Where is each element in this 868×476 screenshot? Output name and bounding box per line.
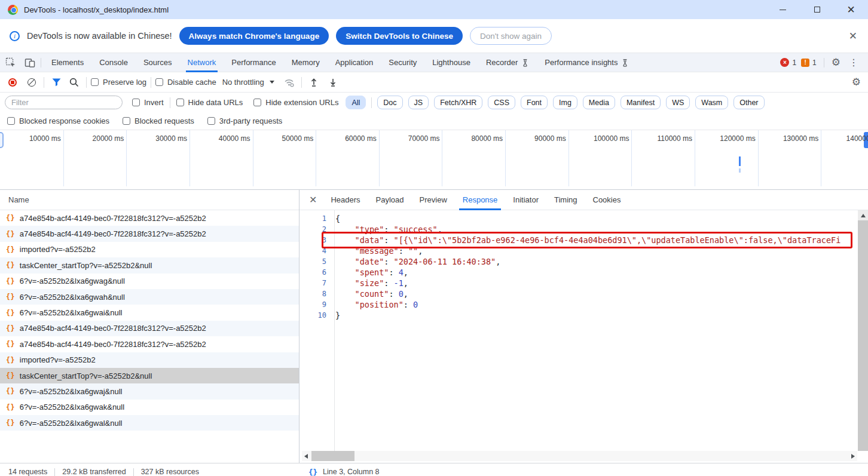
detail-tab-headers[interactable]: Headers [329,190,361,210]
network-settings-button[interactable]: ⚙ [852,77,868,87]
tab-elements[interactable]: Elements [44,53,91,72]
gear-icon: ⚙ [852,76,861,88]
blocked-filter-row: Blocked response cookies Blocked request… [0,112,868,130]
request-row[interactable]: {}6?v=-a5252b2&lxa6gwah&null [0,289,299,305]
dont-show-again-button[interactable]: Don't show again [470,27,552,45]
scroll-left-button[interactable] [302,451,310,461]
horizontal-scrollbar-thumb[interactable] [311,451,354,461]
request-row[interactable]: {}taskCenter_startTop?v=-a5252b2&null [0,368,299,383]
flask-icon [521,59,529,67]
tab-memory[interactable]: Memory [284,53,328,72]
inspect-element-button[interactable] [2,55,19,70]
warning-badge-icon[interactable]: ! [801,59,809,67]
filter-chip-manifest[interactable]: Manifest [621,96,661,109]
search-network-button[interactable] [66,75,82,90]
hide-extension-urls-checkbox[interactable]: Hide extension URLs [253,98,338,107]
request-name: taskCenter_startTop?v=-a5252b2&null [20,371,152,380]
name-column-header[interactable]: Name [0,190,299,210]
horizontal-scrollbar[interactable] [302,451,857,461]
status-separator [133,468,134,476]
detail-tab-initiator[interactable]: Initiator [512,190,540,210]
throttling-dropdown[interactable]: No throttling [222,78,274,87]
clear-network-log-button[interactable] [24,75,39,90]
detail-close-button[interactable]: ✕ [299,194,323,205]
disable-cache-checkbox[interactable]: Disable cache [155,78,216,87]
detail-tab-payload[interactable]: Payload [375,190,405,210]
filter-chip-ws[interactable]: WS [666,96,690,109]
format-braces-icon[interactable]: {} [308,468,317,476]
request-row[interactable]: {}6?v=-a5252b2&lxa6gwaj&null [0,383,299,399]
detail-tab-cookies[interactable]: Cookies [592,190,622,210]
filter-input[interactable] [5,96,123,109]
tab-sources[interactable]: Sources [136,53,180,72]
infobar-close-icon[interactable]: ✕ [849,30,857,42]
request-row[interactable]: {}a74e854b-acf4-4149-bec0-7f22818fc312?v… [0,336,299,352]
settings-gear-icon[interactable]: ⚙ [832,57,841,67]
maximize-button[interactable] [800,0,834,19]
tab-network[interactable]: Network [180,53,224,72]
request-row[interactable]: {}taskCenter_startTop?v=-a5252b2&null [0,257,299,273]
tab-label: Network [188,58,216,67]
request-count: 14 requests [8,468,47,476]
title-bar: DevTools - localhost/x_desktop/index.htm… [0,0,868,19]
filter-chip-font[interactable]: Font [521,96,548,109]
language-infobar: i DevTools is now available in Chinese! … [0,19,868,53]
filter-chip-wasm[interactable]: Wasm [695,96,728,109]
vertical-scrollbar[interactable] [858,210,868,451]
tab-console[interactable]: Console [91,53,136,72]
third-party-requests-checkbox[interactable]: 3rd-party requests [207,116,283,125]
filter-chip-doc[interactable]: Doc [377,96,402,109]
toolbar-separator [151,77,151,88]
export-har-button[interactable] [325,75,341,90]
request-row[interactable]: {}a74e854b-acf4-4149-bec0-7f22818fc312?v… [0,226,299,241]
request-row[interactable]: {}a74e854b-acf4-4149-bec0-7f22818fc312?v… [0,321,299,336]
tab-application[interactable]: Application [328,53,381,72]
request-row[interactable]: {}imported?v=-a5252b2 [0,352,299,368]
blocked-requests-checkbox[interactable]: Blocked requests [123,116,194,125]
filter-chip-media[interactable]: Media [583,96,615,109]
timeline-tick-label: 110000 ms [626,134,692,143]
match-language-button[interactable]: Always match Chrome's language [179,27,329,45]
more-options-icon[interactable]: ⋮ [845,58,862,67]
clear-icon [27,78,36,87]
error-badge-icon[interactable]: × [780,58,789,67]
request-row[interactable]: {}a74e854b-acf4-4149-bec0-7f22818fc312?v… [0,210,299,226]
invert-checkbox[interactable]: Invert [132,98,164,107]
request-row[interactable]: {}6?v=-a5252b2&lxa6gwag&null [0,274,299,289]
filter-chip-other[interactable]: Other [733,96,764,109]
tab-performance[interactable]: Performance [224,53,283,72]
json-braces-icon: {} [6,230,15,238]
blocked-cookies-checkbox[interactable]: Blocked response cookies [7,116,109,125]
vertical-scrollbar-thumb[interactable] [858,220,868,451]
close-button[interactable]: ✕ [834,0,868,19]
device-toolbar-button[interactable] [22,55,38,70]
filter-chip-img[interactable]: Img [553,96,577,109]
tab-security[interactable]: Security [381,53,424,72]
tab-performance-insights[interactable]: Performance insights [537,53,637,72]
filter-chip-fetch-xhr[interactable]: Fetch/XHR [434,96,482,109]
json-braces-icon: {} [6,293,15,301]
import-har-button[interactable] [306,75,322,90]
request-row[interactable]: {}6?v=-a5252b2&lxa6gwai&null [0,305,299,320]
filter-chip-css[interactable]: CSS [488,96,515,109]
request-row[interactable]: {}imported?v=-a5252b2 [0,242,299,257]
request-row[interactable]: {}6?v=-a5252b2&lxa6gwak&null [0,400,299,415]
tab-lighthouse[interactable]: Lighthouse [424,53,478,72]
minimize-button[interactable] [766,0,800,19]
scroll-right-button[interactable] [849,451,857,461]
filter-chip-js[interactable]: JS [408,96,429,109]
record-network-log-button[interactable] [5,75,20,90]
detail-tab-timing[interactable]: Timing [553,190,579,210]
request-row[interactable]: {}6?v=-a5252b2&lxa6gwal&null [0,415,299,431]
network-conditions-button[interactable] [282,75,297,90]
tab-recorder[interactable]: Recorder [478,53,537,72]
preserve-log-checkbox[interactable]: Preserve log [91,78,146,87]
network-overview-timeline[interactable]: 10000 ms20000 ms30000 ms40000 ms50000 ms… [0,130,868,190]
filter-toggle-button[interactable] [48,75,64,90]
detail-tab-preview[interactable]: Preview [418,190,448,210]
detail-tab-response[interactable]: Response [461,190,499,210]
switch-chinese-button[interactable]: Switch DevTools to Chinese [336,27,463,45]
hide-data-urls-checkbox[interactable]: Hide data URLs [176,98,243,107]
filter-chip-all[interactable]: All [346,96,366,109]
scroll-up-button[interactable] [858,210,868,220]
